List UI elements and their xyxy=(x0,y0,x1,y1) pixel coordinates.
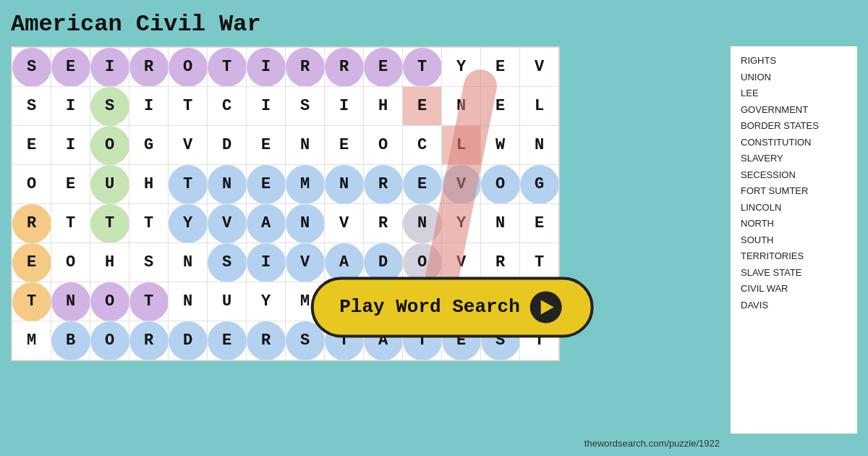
grid-cell: I xyxy=(247,243,286,282)
grid-cell: N xyxy=(286,126,325,165)
grid-cell: I xyxy=(90,48,129,87)
word-list-item: CIVIL WAR xyxy=(741,282,847,296)
puzzle-wrapper: S E I R O T I R R E T Y E V xyxy=(11,46,723,434)
word-list-item: CONSTITUTION xyxy=(741,135,847,150)
grid-cell: E xyxy=(51,48,90,87)
word-list-item: BORDER STATES xyxy=(741,119,847,133)
grid-cell: E xyxy=(325,126,364,165)
grid-cell: C xyxy=(403,126,442,165)
grid-row: R T T T Y V A N V R N Y N E xyxy=(12,204,559,243)
grid-cell: T xyxy=(12,282,51,321)
grid-cell: O xyxy=(481,165,520,204)
grid-cell: Y xyxy=(442,204,481,243)
word-list: RIGHTSUNIONLEEGOVERNMENTBORDER STATESCON… xyxy=(731,46,857,434)
grid-cell: G xyxy=(129,126,169,165)
word-list-item: SLAVERY xyxy=(741,151,847,166)
grid-cell: L xyxy=(520,87,559,126)
grid-cell: T xyxy=(90,204,129,243)
word-list-item: NORTH xyxy=(741,216,847,231)
grid-cell: I xyxy=(129,87,169,126)
footer-text: thewordsearch.com/puzzle/1922 xyxy=(11,438,857,449)
grid-cell: E xyxy=(520,204,559,243)
grid-cell: I xyxy=(325,87,364,126)
grid-cell: R xyxy=(325,48,364,87)
grid-cell: N xyxy=(403,204,442,243)
grid-cell: N xyxy=(169,243,208,282)
page-title: American Civil War xyxy=(11,11,857,38)
grid-row: S I S I T C I S I H E N E L xyxy=(12,87,559,126)
grid-cell: H xyxy=(129,165,169,204)
grid-cell: L xyxy=(442,126,481,165)
word-list-item: GOVERNMENT xyxy=(741,103,847,117)
grid-cell: E xyxy=(364,48,403,87)
word-list-item: UNION xyxy=(741,70,847,85)
grid-cell: B xyxy=(51,321,90,360)
grid-cell: V xyxy=(520,48,559,87)
grid-cell: E xyxy=(208,321,247,360)
grid-cell: V xyxy=(208,204,247,243)
grid-cell: T xyxy=(208,48,247,87)
grid-cell: O xyxy=(51,243,90,282)
word-list-item: LINCOLN xyxy=(741,200,847,215)
grid-cell: I xyxy=(247,48,286,87)
grid-cell: R xyxy=(364,165,403,204)
grid-cell: W xyxy=(481,126,520,165)
grid-cell: E xyxy=(247,126,286,165)
grid-cell: I xyxy=(51,87,90,126)
word-list-item: FORT SUMTER xyxy=(741,184,847,198)
grid-cell: N xyxy=(208,165,247,204)
grid-cell: E xyxy=(247,165,286,204)
grid-cell: E xyxy=(481,48,520,87)
grid-row: O E U H T N E M N R E V O G xyxy=(12,165,559,204)
grid-cell: Y xyxy=(169,204,208,243)
grid-cell: S xyxy=(90,87,129,126)
word-list-item: LEE xyxy=(741,86,847,101)
grid-cell: V xyxy=(169,126,208,165)
grid-cell: R xyxy=(364,204,403,243)
grid-cell: G xyxy=(520,165,559,204)
word-list-item: RIGHTS xyxy=(741,54,847,68)
grid-cell: N xyxy=(520,126,559,165)
grid-cell: T xyxy=(403,48,442,87)
grid-cell: I xyxy=(51,126,90,165)
grid-cell: T xyxy=(51,204,90,243)
grid-cell: E xyxy=(12,126,51,165)
grid-cell: H xyxy=(90,243,129,282)
play-button-overlay[interactable]: Play Word Search xyxy=(310,276,594,337)
main-container: American Civil War S E I R O xyxy=(0,0,868,456)
grid-cell: Y xyxy=(247,282,286,321)
grid-cell: E xyxy=(481,87,520,126)
grid-cell: D xyxy=(169,321,208,360)
grid-cell: S xyxy=(12,87,51,126)
play-button[interactable]: Play Word Search xyxy=(310,276,594,337)
grid-cell: O xyxy=(169,48,208,87)
grid-cell: T xyxy=(129,282,169,321)
grid-cell: M xyxy=(286,165,325,204)
grid-cell: N xyxy=(286,204,325,243)
grid-cell: T xyxy=(169,87,208,126)
grid-cell: H xyxy=(364,87,403,126)
grid-cell: E xyxy=(12,243,51,282)
grid-cell: S xyxy=(12,48,51,87)
content-area: S E I R O T I R R E T Y E V xyxy=(11,46,857,434)
grid-cell: O xyxy=(90,126,129,165)
grid-cell: U xyxy=(90,165,129,204)
word-list-item: SLAVE STATE xyxy=(741,266,847,280)
grid-cell: E xyxy=(403,165,442,204)
grid-cell: R xyxy=(129,321,169,360)
grid-cell: C xyxy=(208,87,247,126)
word-list-item: SECESSION xyxy=(741,168,847,182)
grid-cell: N xyxy=(325,165,364,204)
grid-cell: O xyxy=(90,282,129,321)
grid-row: E I O G V D E N E O C L W N xyxy=(12,126,559,165)
grid-cell: N xyxy=(169,282,208,321)
grid-cell: R xyxy=(247,321,286,360)
grid-cell: T xyxy=(169,165,208,204)
grid-cell: R xyxy=(129,48,169,87)
grid-cell: V xyxy=(325,204,364,243)
grid-cell: V xyxy=(442,165,481,204)
word-list-item: TERRITORIES xyxy=(741,249,847,263)
grid-cell: N xyxy=(442,87,481,126)
grid-cell: O xyxy=(90,321,129,360)
grid-cell: E xyxy=(51,165,90,204)
